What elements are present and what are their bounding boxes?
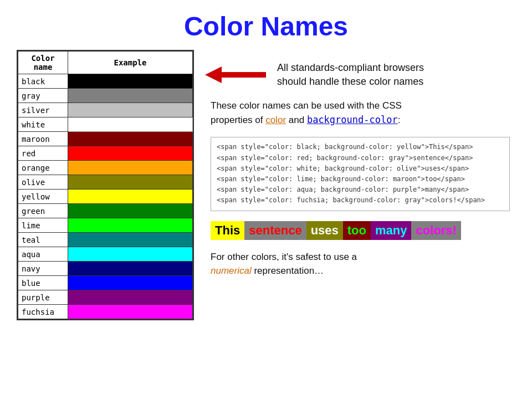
color-swatch-cell <box>68 103 193 117</box>
color-swatch-cell <box>68 117 193 132</box>
color-name-cell: maroon <box>18 132 68 146</box>
color-swatch-cell <box>68 218 193 233</box>
code-line: <span style="color: white; background-co… <box>217 163 504 174</box>
sentence-word: colors! <box>411 221 461 240</box>
table-row: navy <box>18 262 193 276</box>
table-row: green <box>18 204 193 218</box>
color-swatch-cell <box>68 247 193 262</box>
color-name-cell: silver <box>18 103 68 117</box>
code-line: <span style="color: black; background-co… <box>217 142 504 152</box>
main-content: Colorname Example blackgraysilverwhitema… <box>0 50 532 320</box>
numerical-link: numerical <box>211 265 252 276</box>
color-name-cell: purple <box>18 290 68 305</box>
color-swatch-cell <box>68 146 193 161</box>
color-name-cell: lime <box>18 218 68 233</box>
code-box: <span style="color: black; background-co… <box>211 137 510 211</box>
color-swatch-cell <box>68 132 193 146</box>
color-name-cell: navy <box>18 262 68 276</box>
arrow-icon <box>205 64 272 86</box>
sentence-word: many <box>371 221 411 240</box>
code-line: <span style="color: lime; background-col… <box>217 174 504 185</box>
color-property: color <box>265 115 286 125</box>
table-row: teal <box>18 233 193 247</box>
header-color-name: Colorname <box>18 52 68 74</box>
footer-text: For other colors, it's safest to use a n… <box>205 250 515 278</box>
table-row: orange <box>18 161 193 175</box>
sentence-demo: Thissentenceusestoomanycolors! <box>211 221 510 240</box>
svg-marker-0 <box>205 66 266 83</box>
color-name-cell: olive <box>18 175 68 190</box>
color-swatch-cell <box>68 204 193 218</box>
color-name-cell: aqua <box>18 247 68 262</box>
color-name-cell: blue <box>18 276 68 290</box>
table-row: maroon <box>18 132 193 146</box>
header-example: Example <box>68 52 193 74</box>
code-line: <span style="color: red; background-colo… <box>217 153 504 163</box>
arrow-text-row: All standards-compliant browsersshould h… <box>205 61 515 89</box>
arrow-container <box>205 64 272 86</box>
color-table-wrap: Colorname Example blackgraysilverwhitema… <box>17 50 194 320</box>
color-swatch-cell <box>68 89 193 103</box>
color-name-cell: green <box>18 204 68 218</box>
table-row: aqua <box>18 247 193 262</box>
table-row: fuchsia <box>18 305 193 319</box>
table-row: black <box>18 74 193 89</box>
color-name-cell: fuchsia <box>18 305 68 319</box>
table-row: gray <box>18 89 193 103</box>
color-name-cell: white <box>18 117 68 132</box>
color-name-cell: red <box>18 146 68 161</box>
page-title: Color Names <box>0 0 532 50</box>
table-row: silver <box>18 103 193 117</box>
color-name-cell: yellow <box>18 190 68 204</box>
table-row: purple <box>18 290 193 305</box>
color-swatch-cell <box>68 262 193 276</box>
color-name-cell: black <box>18 74 68 89</box>
color-table: Colorname Example blackgraysilverwhitema… <box>18 51 193 319</box>
table-row: lime <box>18 218 193 233</box>
color-name-cell: gray <box>18 89 68 103</box>
color-swatch-cell <box>68 233 193 247</box>
color-swatch-cell <box>68 175 193 190</box>
table-row: red <box>18 146 193 161</box>
sentence-word: too <box>343 221 371 240</box>
color-swatch-cell <box>68 161 193 175</box>
table-row: white <box>18 117 193 132</box>
table-row: blue <box>18 276 193 290</box>
color-name-cell: orange <box>18 161 68 175</box>
color-swatch-cell <box>68 276 193 290</box>
info-panel: All standards-compliant browsersshould h… <box>205 50 515 320</box>
sentence-word: uses <box>306 221 343 240</box>
code-line: <span style="color: fuchsia; background-… <box>217 195 504 206</box>
sentence-word: This <box>211 221 244 240</box>
color-swatch-cell <box>68 290 193 305</box>
info-text-2: These color names can be used with the C… <box>205 99 515 127</box>
info-text-1: All standards-compliant browsersshould h… <box>277 61 424 89</box>
table-row: yellow <box>18 190 193 204</box>
color-name-cell: teal <box>18 233 68 247</box>
table-row: olive <box>18 175 193 190</box>
background-color-property: background-color <box>307 114 398 125</box>
sentence-word: sentence <box>244 221 306 240</box>
code-line: <span style="color: aqua; background-col… <box>217 185 504 195</box>
color-swatch-cell <box>68 190 193 204</box>
color-swatch-cell <box>68 74 193 89</box>
color-swatch-cell <box>68 305 193 319</box>
